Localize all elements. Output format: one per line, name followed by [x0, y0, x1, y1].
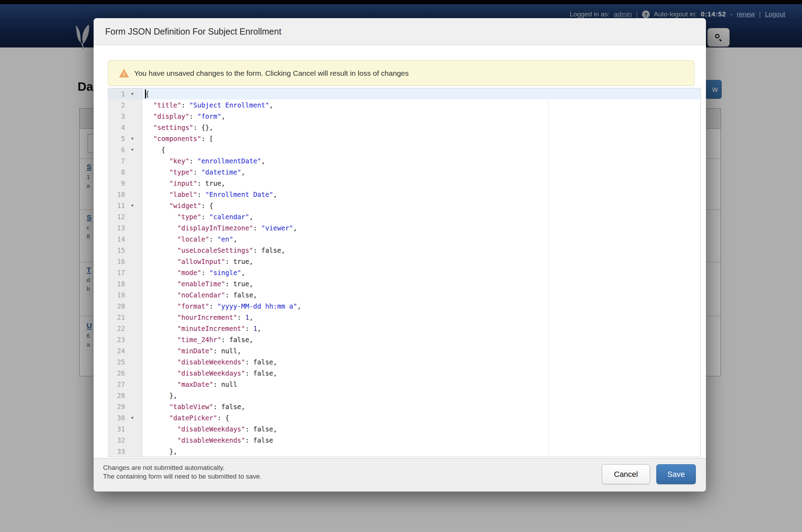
code-line-9[interactable]: 9 "input": true, — [108, 178, 700, 189]
fold-arrow-icon[interactable]: ▾ — [131, 412, 133, 423]
code-text: "enableTime": true, — [142, 278, 700, 289]
line-number: 4 — [121, 122, 125, 133]
code-text: "widget": { — [142, 200, 700, 211]
gutter-cell: 16 — [108, 256, 142, 267]
gutter-cell: 27 — [108, 379, 142, 390]
screen: Logged in as: admin | ? Auto-logout in: … — [0, 0, 802, 532]
code-text: { — [142, 88, 700, 99]
warning-text: You have unsaved changes to the form. Cl… — [134, 69, 409, 77]
code-line-16[interactable]: 16 "allowInput": true, — [108, 256, 700, 267]
line-number: 16 — [117, 256, 125, 267]
gutter-cell: 17 — [108, 267, 142, 278]
code-line-17[interactable]: 17 "mode": "single", — [108, 267, 700, 278]
code-line-5[interactable]: 5▾ "components": [ — [108, 133, 700, 144]
gutter-cell: 30▾ — [108, 412, 142, 423]
fold-arrow-icon[interactable]: ▾ — [131, 200, 133, 211]
code-line-6[interactable]: 6▾ { — [108, 144, 700, 155]
code-line-13[interactable]: 13 "displayInTimezone": "viewer", — [108, 222, 700, 234]
json-code-editor[interactable]: 1▾{2 "title": "Subject Enrollment",3 "di… — [108, 88, 701, 457]
code-line-14[interactable]: 14 "locale": "en", — [108, 234, 700, 245]
line-number: 18 — [117, 278, 125, 289]
line-number: 31 — [117, 423, 125, 435]
code-line-21[interactable]: 21 "hourIncrement": 1, — [108, 312, 700, 323]
code-line-20[interactable]: 20 "format": "yyyy-MM-dd hh:mm a", — [108, 301, 700, 312]
code-line-29[interactable]: 29 "tableView": false, — [108, 401, 700, 412]
fold-arrow-icon[interactable]: ▾ — [131, 88, 133, 99]
code-line-3[interactable]: 3 "display": "form", — [108, 111, 700, 122]
line-number: 10 — [117, 189, 125, 200]
gutter-cell: 23 — [108, 334, 142, 345]
code-line-1[interactable]: 1▾{ — [108, 88, 700, 99]
gutter-cell: 31 — [108, 423, 142, 435]
code-line-25[interactable]: 25 "disableWeekends": false, — [108, 356, 700, 368]
code-text: "disableWeekends": false — [142, 435, 700, 446]
code-line-32[interactable]: 32 "disableWeekends": false — [108, 435, 700, 446]
gutter-cell: 26 — [108, 368, 142, 379]
code-line-8[interactable]: 8 "type": "datetime", — [108, 167, 700, 178]
code-line-28[interactable]: 28 }, — [108, 390, 700, 401]
code-text: "format": "yyyy-MM-dd hh:mm a", — [142, 301, 700, 312]
code-text: "useLocaleSettings": false, — [142, 245, 700, 256]
line-number: 5 — [121, 133, 125, 144]
fold-arrow-icon[interactable]: ▾ — [131, 133, 133, 144]
gutter-cell: 22 — [108, 323, 142, 334]
warning-icon: ! — [119, 69, 129, 77]
line-number: 8 — [121, 167, 125, 178]
line-number: 1 — [121, 88, 125, 99]
gutter-cell: 4 — [108, 122, 142, 133]
line-number: 12 — [117, 211, 125, 222]
code-line-27[interactable]: 27 "maxDate": null — [108, 379, 700, 390]
code-text: "maxDate": null — [142, 379, 700, 390]
code-line-24[interactable]: 24 "minDate": null, — [108, 345, 700, 356]
gutter-cell: 12 — [108, 211, 142, 222]
line-number: 21 — [117, 312, 125, 323]
gutter-cell: 10 — [108, 189, 142, 200]
line-number: 30 — [117, 412, 125, 423]
code-line-23[interactable]: 23 "time_24hr": false, — [108, 334, 700, 345]
code-line-15[interactable]: 15 "useLocaleSettings": false, — [108, 245, 700, 256]
code-text: "disableWeekends": false, — [142, 356, 700, 368]
code-line-19[interactable]: 19 "noCalendar": false, — [108, 289, 700, 301]
gutter-cell: 2 — [108, 99, 142, 111]
code-text: "settings": {}, — [142, 122, 700, 133]
code-text: "noCalendar": false, — [142, 289, 700, 301]
code-text: "locale": "en", — [142, 234, 700, 245]
code-line-26[interactable]: 26 "disableWeekdays": false, — [108, 368, 700, 379]
line-number: 15 — [117, 245, 125, 256]
code-line-7[interactable]: 7 "key": "enrollmentDate", — [108, 155, 700, 167]
gutter-cell: 21 — [108, 312, 142, 323]
gutter-cell: 1▾ — [108, 88, 142, 99]
fold-arrow-icon[interactable]: ▾ — [131, 144, 133, 155]
code-text: "components": [ — [142, 133, 700, 144]
unsaved-changes-alert: ! You have unsaved changes to the form. … — [108, 60, 694, 86]
line-number: 6 — [121, 144, 125, 155]
code-text: "datePicker": { — [142, 412, 700, 423]
line-number: 17 — [117, 267, 125, 278]
footer-note-line1: Changes are not submitted automatically. — [103, 463, 262, 472]
save-button[interactable]: Save — [656, 464, 696, 484]
code-line-2[interactable]: 2 "title": "Subject Enrollment", — [108, 99, 700, 111]
code-text: }, — [142, 446, 700, 457]
gutter-cell: 15 — [108, 245, 142, 256]
code-text: "time_24hr": false, — [142, 334, 700, 345]
code-line-10[interactable]: 10 "label": "Enrollment Date", — [108, 189, 700, 200]
code-text: "key": "enrollmentDate", — [142, 155, 700, 167]
gutter-cell: 9 — [108, 178, 142, 189]
line-number: 32 — [117, 435, 125, 446]
gutter-cell: 6▾ — [108, 144, 142, 155]
code-line-18[interactable]: 18 "enableTime": true, — [108, 278, 700, 289]
gutter-cell: 13 — [108, 222, 142, 234]
code-line-31[interactable]: 31 "disableWeekdays": false, — [108, 423, 700, 435]
code-line-12[interactable]: 12 "type": "calendar", — [108, 211, 700, 222]
code-line-33[interactable]: 33 }, — [108, 446, 700, 457]
code-text: }, — [142, 390, 700, 401]
modal-title: Form JSON Definition For Subject Enrollm… — [105, 27, 281, 37]
code-line-4[interactable]: 4 "settings": {}, — [108, 122, 700, 133]
cancel-button[interactable]: Cancel — [602, 464, 650, 484]
code-line-30[interactable]: 30▾ "datePicker": { — [108, 412, 700, 423]
gutter-cell: 28 — [108, 390, 142, 401]
code-text: "title": "Subject Enrollment", — [142, 99, 700, 111]
code-line-22[interactable]: 22 "minuteIncrement": 1, — [108, 323, 700, 334]
code-line-11[interactable]: 11▾ "widget": { — [108, 200, 700, 211]
code-text: "allowInput": true, — [142, 256, 700, 267]
